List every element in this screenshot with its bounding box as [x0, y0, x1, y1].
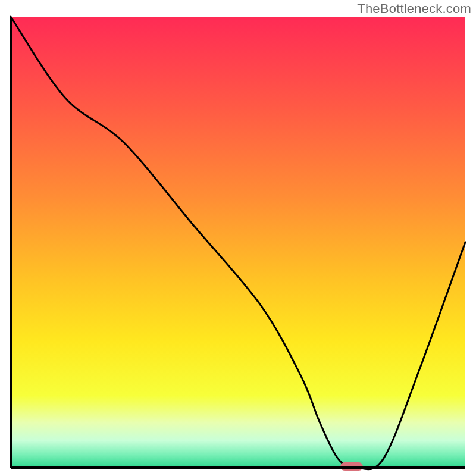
watermark-text: TheBottleneck.com: [357, 1, 471, 17]
bottleneck-chart: TheBottleneck.com: [0, 0, 476, 476]
chart-svg: [0, 0, 476, 476]
plot-background: [11, 17, 465, 468]
